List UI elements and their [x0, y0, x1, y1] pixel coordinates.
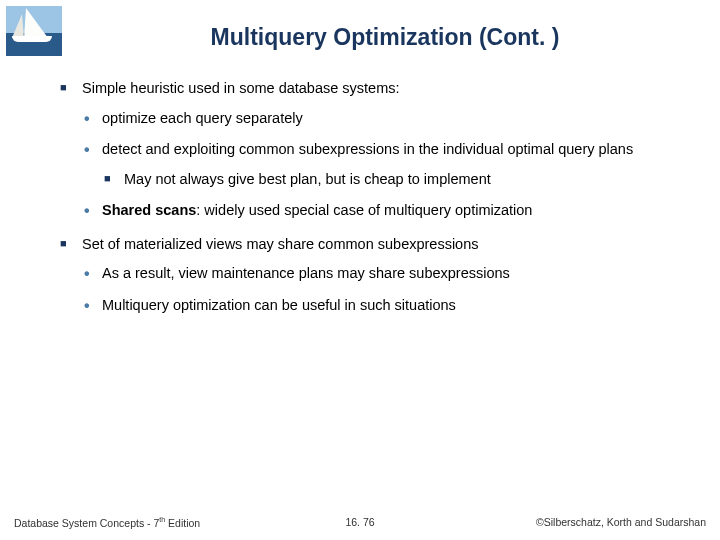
footer-right: ©Silberschatz, Korth and Sudarshan — [536, 516, 706, 528]
bullet-lvl3: May not always give best plan, but is ch… — [102, 170, 690, 190]
text: Set of materialized views may share comm… — [82, 236, 479, 252]
text: Database System Concepts - 7 — [14, 516, 159, 528]
text-strong: Shared scans — [102, 202, 196, 218]
sail-icon — [12, 14, 24, 38]
text: : widely used special case of multiquery… — [196, 202, 532, 218]
slide-body: Simple heuristic used in some database s… — [20, 79, 700, 316]
bullet-lvl2: As a result, view maintenance plans may … — [82, 264, 690, 284]
text: As a result, view maintenance plans may … — [102, 265, 510, 281]
slide-number: 16. 76 — [345, 516, 374, 528]
text: optimize each query separately — [102, 110, 303, 126]
text: Simple heuristic used in some database s… — [82, 80, 400, 96]
text: Edition — [165, 516, 200, 528]
footer-center: 16. 76 — [345, 516, 374, 528]
bullet-lvl2: optimize each query separately — [82, 109, 690, 129]
bullet-lvl2: detect and exploiting common subexpressi… — [82, 140, 690, 189]
text: May not always give best plan, but is ch… — [124, 171, 491, 187]
sail-icon — [24, 8, 48, 38]
bullet-lvl2: Multiquery optimization can be useful in… — [82, 296, 690, 316]
copyright: ©Silberschatz, Korth and Sudarshan — [536, 516, 706, 528]
logo-sailboat — [6, 6, 62, 56]
bullet-lvl1: Set of materialized views may share comm… — [60, 235, 690, 316]
footer: Database System Concepts - 7th Edition 1… — [0, 516, 720, 529]
hull-icon — [12, 36, 52, 42]
bullet-lvl2: Shared scans: widely used special case o… — [82, 201, 690, 221]
text: detect and exploiting common subexpressi… — [102, 141, 633, 157]
footer-left: Database System Concepts - 7th Edition — [14, 516, 200, 529]
slide: Multiquery Optimization (Cont. ) Simple … — [0, 0, 720, 540]
slide-title: Multiquery Optimization (Cont. ) — [70, 24, 700, 51]
text: Multiquery optimization can be useful in… — [102, 297, 456, 313]
bullet-lvl1: Simple heuristic used in some database s… — [60, 79, 690, 221]
